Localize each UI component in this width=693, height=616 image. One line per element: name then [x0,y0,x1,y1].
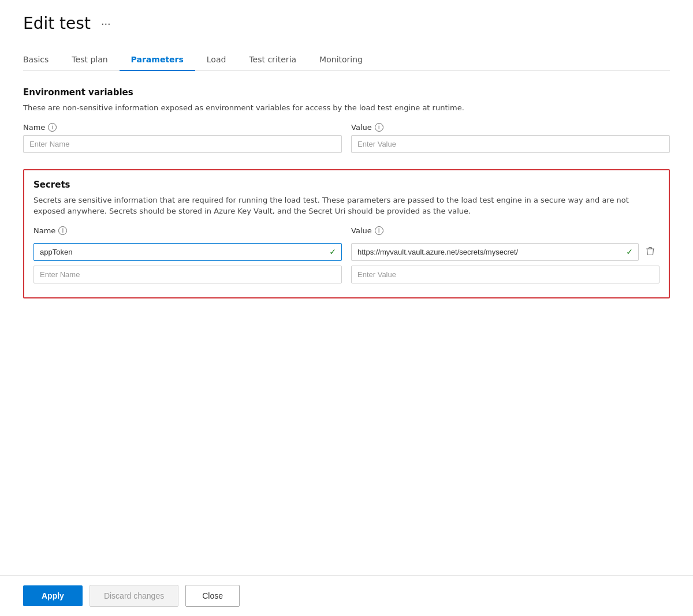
secrets-value-label: Value i [351,226,383,235]
secrets-name-label: Name i [33,226,342,235]
env-name-input[interactable] [23,135,342,153]
ellipsis-button[interactable]: ··· [98,16,114,31]
secrets-value-field-0: ✓ [351,243,639,261]
page-title: Edit test [23,14,91,33]
secrets-name-info-icon: i [58,226,67,235]
secrets-name-empty-group [33,266,342,283]
secrets-name-check-icon-0: ✓ [329,247,336,256]
apply-button[interactable]: Apply [23,585,83,606]
secrets-description: Secrets are sensitive information that a… [33,195,660,217]
env-value-group: Value i [351,123,670,153]
secrets-name-field-0: ✓ [33,243,342,261]
secrets-delete-button-0[interactable] [641,244,660,260]
secrets-value-field-wrapper-0: ✓ [351,243,660,261]
secrets-value-input-wrapper-0: ✓ [351,243,639,261]
tab-parameters[interactable]: Parameters [120,49,195,71]
secrets-label-row: Name i Value i [33,226,660,238]
tab-test-plan[interactable]: Test plan [60,49,119,71]
secrets-title: Secrets [33,180,660,190]
env-name-group: Name i [23,123,342,153]
secrets-name-input-0[interactable] [33,243,342,261]
secrets-value-check-icon-0: ✓ [626,247,633,256]
env-variables-description: These are non-sensitive information expo… [23,102,670,114]
env-variables-title: Environment variables [23,87,670,98]
env-value-label: Value i [351,123,670,132]
env-value-info-icon: i [375,123,383,132]
env-value-input[interactable] [351,135,670,153]
secrets-value-empty-input[interactable] [351,266,660,283]
discard-button[interactable]: Discard changes [90,585,178,607]
env-name-label: Name i [23,123,342,132]
tab-bar: Basics Test plan Parameters Load Test cr… [23,49,670,71]
secrets-name-label-group: Name i [33,226,342,238]
env-name-info-icon: i [48,123,57,132]
secrets-value-label-group: Value i [351,226,660,238]
secrets-value-info-icon: i [375,226,383,235]
tab-test-criteria[interactable]: Test criteria [237,49,308,71]
tab-monitoring[interactable]: Monitoring [308,49,374,71]
secrets-name-empty-input[interactable] [33,266,342,283]
tab-load[interactable]: Load [195,49,238,71]
secrets-section: Secrets Secrets are sensitive informatio… [23,169,670,298]
env-variables-fields: Name i Value i [23,123,670,153]
env-variables-section: Environment variables These are non-sens… [23,87,670,153]
secrets-value-empty-group [351,266,660,283]
secrets-row-0: ✓ ✓ [33,243,660,261]
secrets-name-input-wrapper-0: ✓ [33,243,342,261]
secrets-value-empty-wrapper [351,266,660,283]
close-button[interactable]: Close [185,585,240,607]
secrets-value-input-0[interactable] [351,243,639,261]
tab-basics[interactable]: Basics [23,49,60,71]
bottom-bar: Apply Discard changes Close [0,575,693,616]
trash-icon [646,247,655,256]
secrets-row-empty [33,266,660,283]
